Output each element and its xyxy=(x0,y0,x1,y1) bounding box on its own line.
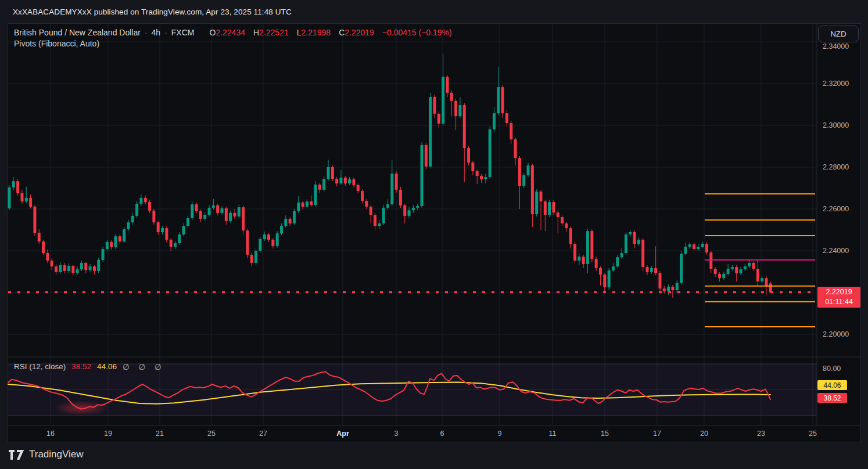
time-axis-label: 21 xyxy=(156,430,164,438)
time-axis-label: 16 xyxy=(46,430,55,438)
currency-button[interactable]: NZD xyxy=(818,26,859,42)
price-axis-label: 2.28000 xyxy=(823,163,849,171)
time-axis-label: 20 xyxy=(700,430,708,438)
price-axis-label: 2.30000 xyxy=(823,121,849,129)
price-axis-label: 2.26000 xyxy=(823,205,849,213)
time-axis-label: Apr xyxy=(336,430,349,438)
time-axis-label: 27 xyxy=(259,430,267,438)
rsi-legend[interactable]: RSI (12, close) 38.52 44.06 ∅ ∅ ∅ xyxy=(14,362,165,371)
tradingview-watermark[interactable]: TradingView xyxy=(9,449,84,460)
publish-text: XxXABACADEMYXxX published on TradingView… xyxy=(13,8,292,16)
rsi-value-yellow: 44.06 xyxy=(97,362,117,371)
rsi-name: RSI (12, close) xyxy=(14,362,66,371)
price-axis-label: 2.24000 xyxy=(823,247,849,255)
price-axis-label: 2.32000 xyxy=(823,80,849,88)
rsi-yellow-badge: 44.06 xyxy=(817,380,847,390)
price-axis-label: 2.34000 xyxy=(823,42,849,50)
time-axis-label: 19 xyxy=(104,430,112,438)
time-axis-label: 3 xyxy=(394,430,399,438)
time-axis-label: 9 xyxy=(498,430,502,438)
time-axis-label: 15 xyxy=(601,430,609,438)
interval-label[interactable]: 4h xyxy=(152,27,161,38)
legend-separator: · xyxy=(160,27,171,38)
rsi-value-red: 38.52 xyxy=(71,362,91,371)
ohlc-C: C2.22019 xyxy=(339,27,374,38)
last-price-value: 2.22019 xyxy=(826,287,852,297)
chart-frame[interactable] xyxy=(8,23,861,442)
symbol-title[interactable]: British Pound / New Zealand Dollar xyxy=(14,27,141,38)
time-axis-label: 17 xyxy=(653,430,661,438)
ohlc-values: O2.22434H2.22521L2.21998C2.22019 xyxy=(209,27,374,38)
exchange-label: FXCM xyxy=(171,27,195,38)
symbol-legend: British Pound / New Zealand Dollar · 4h … xyxy=(14,27,452,38)
ohlc-L: L2.21998 xyxy=(297,27,331,38)
legend-separator: · xyxy=(141,27,152,38)
price-axis-label: 2.20000 xyxy=(823,330,849,338)
bar-countdown: 01:11:44 xyxy=(825,297,853,307)
publish-bar: XxXABACADEMYXxX published on TradingView… xyxy=(0,0,868,23)
rsi-empty-values: ∅ ∅ ∅ xyxy=(123,362,165,371)
rsi-red-badge: 38.52 xyxy=(817,393,847,403)
rsi-axis-label-80: 80.00 xyxy=(823,365,841,373)
time-axis-label: 23 xyxy=(757,430,765,438)
ohlc-O: O2.22434 xyxy=(209,27,245,38)
ohlc-H: H2.22521 xyxy=(253,27,289,38)
time-axis-label: 6 xyxy=(440,430,444,438)
last-price-badge: 2.22019 01:11:44 xyxy=(817,287,860,308)
tradingview-brand-text: TradingView xyxy=(29,449,84,460)
indicator-legend[interactable]: Pivots (Fibonacci, Auto) xyxy=(14,39,99,48)
time-axis-label: 25 xyxy=(207,430,216,438)
time-axis-label: 25 xyxy=(809,430,817,438)
change-value: −0.00415 (−0.19%) xyxy=(382,27,452,38)
time-axis-label: 11 xyxy=(549,430,557,438)
tradingview-logo-icon xyxy=(9,450,24,460)
currency-label: NZD xyxy=(830,30,847,38)
